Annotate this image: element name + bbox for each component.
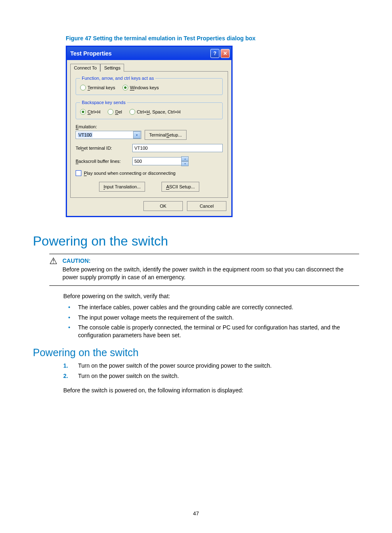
play-sound-label: Play sound when connecting or disconnect… bbox=[84, 171, 175, 176]
terminal-setup-button[interactable]: Terminal Setup... bbox=[145, 130, 187, 140]
section-heading: Powering on the switch bbox=[33, 234, 359, 249]
backscroll-label: Backscroll buffer lines: bbox=[76, 159, 129, 164]
caution-icon: ⚠ bbox=[49, 257, 58, 281]
closing-text: Before the switch is powered on, the fol… bbox=[63, 387, 359, 394]
emulation-combo[interactable]: VT100 ▾ bbox=[76, 131, 141, 139]
backscroll-spinner[interactable]: ▴ ▾ bbox=[181, 156, 189, 166]
input-translation-button[interactable]: Input Translation... bbox=[99, 182, 145, 192]
chevron-down-icon: ▾ bbox=[133, 131, 141, 139]
figure-caption: Figure 47 Setting the terminal emulation… bbox=[66, 35, 359, 42]
radio-off-icon bbox=[80, 85, 86, 90]
close-button[interactable]: ✕ bbox=[221, 49, 230, 58]
caution-text: Before powering on the switch, identify … bbox=[62, 266, 359, 281]
backspace-legend: Backspace key sends bbox=[80, 100, 127, 105]
window-title: Test Properties bbox=[70, 50, 112, 57]
intro-text: Before powering on the switch, verify th… bbox=[63, 292, 359, 300]
tab-strip: Connect To Settings bbox=[70, 63, 228, 71]
radio-ctrlh-label: Ctrl+H bbox=[88, 109, 100, 114]
tab-body-settings: Function, arrow, and ctrl keys act as Te… bbox=[70, 71, 228, 198]
ok-button[interactable]: OK bbox=[143, 201, 183, 211]
caution-label: CAUTION: bbox=[62, 257, 359, 264]
radio-ctrlh[interactable]: Ctrl+H bbox=[80, 109, 100, 115]
backscroll-input[interactable]: 500 bbox=[132, 157, 182, 165]
list-item: 1.Turn on the power switch of the power … bbox=[63, 362, 359, 370]
verify-list: The interface cables, power cables and t… bbox=[63, 304, 359, 340]
radio-ctrlh-space-label: Ctrl+H, Space, Ctrl+H bbox=[137, 109, 180, 114]
tab-settings[interactable]: Settings bbox=[100, 64, 124, 72]
radio-terminal-keys[interactable]: Terminal keys bbox=[80, 85, 115, 90]
tab-connect-to[interactable]: Connect To bbox=[70, 64, 100, 72]
help-button[interactable]: ? bbox=[210, 49, 219, 58]
radio-del-label: Del bbox=[115, 109, 122, 114]
radio-terminal-keys-label: Terminal keys bbox=[88, 85, 115, 90]
emulation-value: VT100 bbox=[78, 132, 92, 137]
play-sound-checkbox-row[interactable]: Play sound when connecting or disconnect… bbox=[76, 170, 223, 176]
test-properties-dialog: Test Properties ? ✕ Connect To Settings … bbox=[66, 46, 233, 217]
checkbox-icon bbox=[76, 170, 81, 176]
radio-on-icon bbox=[122, 85, 128, 90]
list-item: The console cable is properly connected,… bbox=[63, 324, 359, 339]
steps-list: 1.Turn on the power switch of the power … bbox=[63, 362, 359, 380]
backspace-group: Backspace key sends Ctrl+H Del Ctrl+H, S… bbox=[76, 100, 223, 119]
fnkeys-group: Function, arrow, and ctrl keys act as Te… bbox=[76, 76, 223, 95]
radio-windows-keys-label: Windows keys bbox=[130, 85, 159, 90]
caution-box: ⚠ CAUTION: Before powering on the switch… bbox=[49, 254, 359, 286]
list-item: 2.Turn on the power switch on the switch… bbox=[63, 372, 359, 380]
list-item: The interface cables, power cables and t… bbox=[63, 304, 359, 311]
radio-on-icon bbox=[80, 109, 86, 115]
ascii-setup-button[interactable]: ASCII Setup... bbox=[161, 182, 199, 192]
telnet-id-label: Telnet terminal ID: bbox=[76, 146, 129, 151]
radio-ctrlh-space[interactable]: Ctrl+H, Space, Ctrl+H bbox=[129, 109, 180, 115]
radio-off-icon bbox=[108, 109, 113, 115]
subsection-heading: Powering on the switch bbox=[33, 347, 359, 359]
page-number: 47 bbox=[0, 510, 392, 517]
radio-del[interactable]: Del bbox=[108, 109, 122, 115]
emulation-label: Emulation: bbox=[76, 124, 97, 129]
chevron-down-icon: ▾ bbox=[181, 161, 189, 166]
list-item: The input power voltage meets the requir… bbox=[63, 314, 359, 322]
radio-windows-keys[interactable]: Windows keys bbox=[122, 85, 159, 90]
telnet-id-input[interactable]: VT100 bbox=[132, 144, 223, 152]
chevron-up-icon: ▴ bbox=[181, 156, 189, 161]
radio-off-icon bbox=[129, 109, 135, 115]
cancel-button[interactable]: Cancel bbox=[187, 201, 226, 211]
title-bar: Test Properties ? ✕ bbox=[67, 47, 231, 60]
fnkeys-legend: Function, arrow, and ctrl keys act as bbox=[80, 76, 155, 81]
